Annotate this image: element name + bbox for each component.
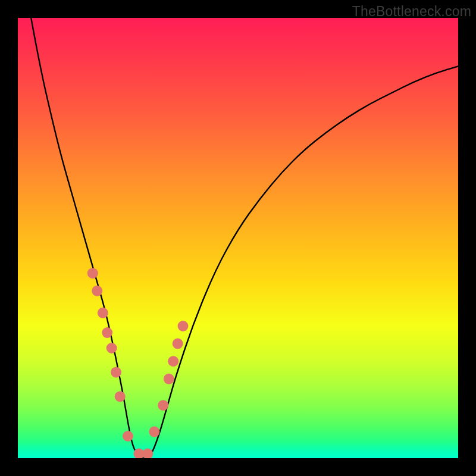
highlight-dot bbox=[173, 339, 183, 349]
chart-frame: TheBottleneck.com bbox=[0, 0, 476, 476]
highlight-dot bbox=[87, 268, 98, 278]
highlight-dot bbox=[111, 367, 121, 378]
curve-canvas bbox=[18, 18, 458, 458]
highlight-dot bbox=[92, 286, 102, 296]
highlight-dot bbox=[115, 391, 126, 402]
highlight-dot bbox=[178, 321, 189, 331]
highlight-dot bbox=[168, 356, 178, 367]
highlight-dot bbox=[102, 327, 112, 338]
highlight-dot bbox=[164, 374, 174, 384]
highlight-dot bbox=[142, 449, 153, 458]
highlight-dot bbox=[123, 431, 133, 441]
plot-area bbox=[18, 18, 458, 458]
watermark-text: TheBottleneck.com bbox=[352, 4, 471, 20]
bottleneck-curve bbox=[31, 18, 458, 458]
highlight-dot bbox=[98, 308, 108, 318]
highlight-dots bbox=[87, 268, 189, 458]
highlight-dot bbox=[149, 427, 159, 437]
highlight-dot bbox=[107, 343, 117, 353]
highlight-dot bbox=[158, 400, 168, 411]
